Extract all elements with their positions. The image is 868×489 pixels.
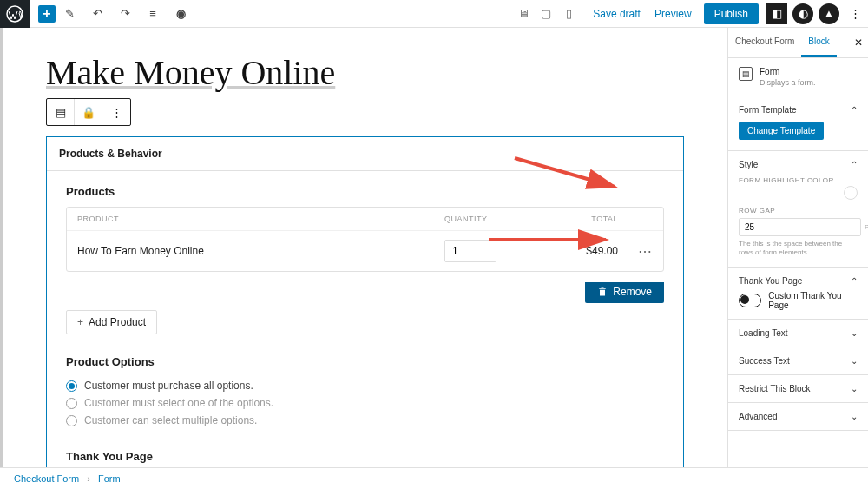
desktop-icon[interactable]: 🖥: [515, 5, 532, 23]
block-more-icon[interactable]: ⋮: [102, 99, 130, 125]
breadcrumb-checkout-form[interactable]: Checkout Form: [14, 473, 79, 484]
block-description: Displays a form.: [760, 78, 816, 87]
quantity-input[interactable]: [444, 240, 496, 262]
mobile-icon[interactable]: ▯: [560, 5, 577, 23]
edit-icon[interactable]: ✎: [59, 3, 80, 24]
product-name: How To Earn Money Online: [77, 245, 444, 257]
tablet-icon[interactable]: ▢: [537, 5, 555, 23]
panel-header: Products & Behavior: [47, 137, 683, 171]
tab-block[interactable]: Block: [801, 28, 836, 57]
yoast-icon[interactable]: ◐: [792, 3, 813, 24]
table-header: PRODUCT QUANTITY TOTAL: [67, 208, 663, 231]
style-section[interactable]: Style⌃: [739, 160, 858, 169]
chevron-down-icon: ⌄: [851, 356, 858, 366]
products-heading: Products: [66, 185, 664, 198]
form-template-section[interactable]: Form Template⌃: [739, 105, 858, 115]
chevron-up-icon: ⌃: [851, 105, 858, 115]
option-multi-row[interactable]: Customer can select multiple options.: [66, 412, 664, 429]
more-options-icon[interactable]: ⋮: [845, 3, 865, 24]
products-table: PRODUCT QUANTITY TOTAL How To Earn Money…: [66, 207, 664, 272]
advanced-section[interactable]: Advanced⌄: [739, 412, 858, 421]
row-more-icon[interactable]: ⋯: [618, 243, 653, 260]
redo-icon[interactable]: ↷: [115, 3, 135, 24]
settings-sidebar: Checkout Form Block ✕ ▤ Form Displays a …: [727, 28, 868, 467]
change-template-button[interactable]: Change Template: [739, 122, 824, 140]
thankyou-section[interactable]: Thank You Page⌃: [739, 276, 858, 286]
success-text-section[interactable]: Success Text⌄: [739, 356, 858, 366]
undo-icon[interactable]: ↶: [87, 3, 108, 24]
add-product-label: Add Product: [89, 316, 146, 328]
remove-button[interactable]: Remove: [585, 282, 664, 303]
row-gap-label: ROW GAP: [739, 207, 858, 215]
form-icon: ▤: [739, 67, 753, 81]
radio-selected-icon: [66, 380, 77, 392]
remove-label: Remove: [613, 286, 652, 298]
row-gap-unit: PX: [865, 223, 868, 231]
plugin-icon[interactable]: ▲: [819, 3, 839, 24]
chevron-down-icon: ⌄: [851, 384, 858, 393]
chevron-down-icon: ⌄: [851, 412, 858, 421]
product-options-heading: Product Options: [66, 355, 664, 368]
tab-checkout-form[interactable]: Checkout Form: [728, 28, 801, 57]
chevron-up-icon: ⌃: [851, 276, 858, 286]
wordpress-logo[interactable]: [0, 0, 30, 28]
toggle-off-icon: [739, 294, 761, 307]
top-toolbar: ✎ ↶ ↷ ≡ ◉ 🖥 ▢ ▯ Save draft Preview Publi…: [0, 0, 868, 28]
breadcrumb-form[interactable]: Form: [98, 473, 121, 484]
surecart-logo-icon[interactable]: ◉: [170, 3, 191, 24]
device-preview: 🖥 ▢ ▯: [515, 5, 577, 23]
chevron-down-icon: ⌄: [851, 328, 858, 338]
block-type-icon[interactable]: ▤: [47, 99, 75, 125]
option-all-label: Customer must purchase all options.: [84, 380, 253, 392]
publish-button[interactable]: Publish: [704, 3, 759, 24]
color-swatch[interactable]: [844, 186, 858, 200]
chevron-right-icon: ›: [87, 473, 90, 484]
option-one-label: Customer must select one of the options.: [84, 397, 273, 409]
col-total-header: TOTAL: [531, 215, 618, 223]
restrict-block-section[interactable]: Restrict This Block⌄: [739, 384, 858, 393]
chevron-up-icon: ⌃: [851, 160, 858, 169]
add-block-button[interactable]: [38, 5, 56, 23]
row-gap-help: The this is the space between the rows o…: [739, 240, 858, 258]
list-view-icon[interactable]: ≡: [142, 3, 163, 24]
radio-icon: [66, 398, 77, 409]
save-draft-link[interactable]: Save draft: [586, 8, 648, 20]
option-multi-label: Customer can select multiple options.: [84, 414, 257, 426]
col-quantity-header: QUANTITY: [444, 215, 531, 223]
col-product-header: PRODUCT: [77, 215, 444, 223]
sidebar-tabs: Checkout Form Block ✕: [728, 28, 868, 58]
custom-thankyou-sidebar-toggle[interactable]: Custom Thank You Page: [739, 291, 858, 310]
lock-icon[interactable]: 🔒: [75, 99, 102, 125]
custom-thankyou-sidebar-label: Custom Thank You Page: [768, 291, 858, 310]
loading-text-section[interactable]: Loading Text⌄: [739, 328, 858, 338]
option-all-row[interactable]: Customer must purchase all options.: [66, 377, 664, 394]
add-product-button[interactable]: Add Product: [66, 310, 157, 334]
settings-panel-toggle[interactable]: ◧: [766, 3, 787, 24]
editor-canvas: Make Money Online ▤ 🔒 ⋮ Products & Behav…: [0, 28, 727, 467]
row-gap-input[interactable]: [739, 218, 861, 236]
radio-icon: [66, 415, 77, 426]
thankyou-heading: Thank You Page: [66, 450, 664, 463]
product-total: $49.00: [531, 245, 618, 257]
preview-link[interactable]: Preview: [648, 8, 699, 20]
breadcrumb: Checkout Form › Form: [0, 467, 868, 489]
table-row: How To Earn Money Online $49.00 ⋯: [67, 231, 663, 271]
block-info: ▤ Form Displays a form.: [728, 58, 868, 96]
block-toolbar: ▤ 🔒 ⋮: [46, 98, 131, 126]
checkout-form-panel: Products & Behavior Products PRODUCT QUA…: [46, 136, 684, 467]
page-title[interactable]: Make Money Online: [46, 52, 684, 93]
close-icon[interactable]: ✕: [854, 36, 863, 49]
block-name: Form: [760, 67, 816, 76]
option-one-row[interactable]: Customer must select one of the options.: [66, 394, 664, 412]
highlight-color-label: FORM HIGHLIGHT COLOR: [739, 176, 858, 184]
